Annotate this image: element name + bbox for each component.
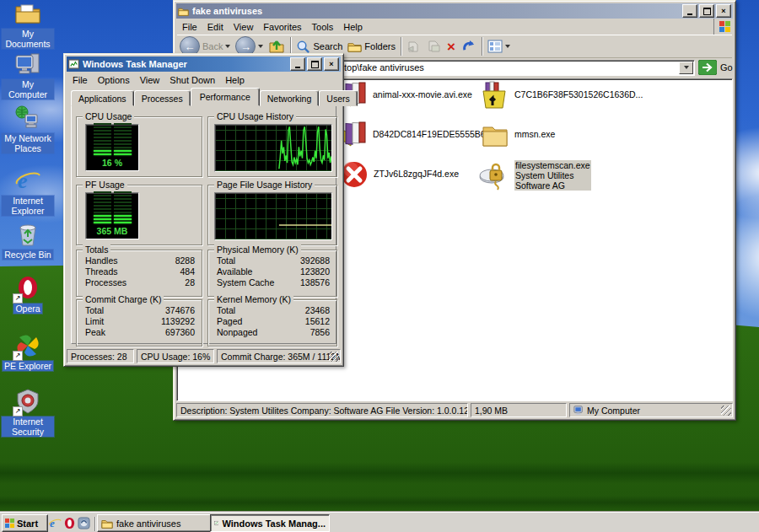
menu-edit[interactable]: Edit — [202, 20, 229, 34]
desktop-icon-label: My Documents — [2, 29, 54, 49]
views-dropdown-icon[interactable] — [505, 45, 510, 48]
pf-usage-gauge: 365 MB — [85, 192, 139, 239]
desktop-icon-label: Recycle Bin — [3, 250, 52, 260]
shortcut-arrow-icon: ↗ — [13, 406, 23, 416]
file-item[interactable]: animal-xxx-movie.avi.exe — [339, 81, 472, 110]
minimize-button[interactable] — [290, 57, 305, 71]
windows-logo-icon — [5, 519, 14, 528]
menu-file[interactable]: File — [177, 20, 202, 34]
resize-grip[interactable] — [721, 406, 731, 416]
taskbar: Start e fake antiviruses Windows Task Ma… — [0, 512, 759, 532]
kernel-memory-group: Kernel Memory (K) Total23468 Paged15612 … — [207, 299, 337, 347]
folders-button[interactable]: Folders — [345, 40, 398, 54]
commit-charge-group: Commit Charge (K) Total374676 Limit11392… — [76, 299, 202, 347]
file-item[interactable]: mmsn.exe — [481, 121, 555, 149]
maximize-button[interactable] — [699, 4, 714, 18]
stat-row: Threads484 — [77, 266, 202, 277]
quick-launch-app[interactable] — [76, 515, 91, 530]
quick-launch-internet-explorer[interactable]: e — [47, 515, 62, 530]
file-item[interactable]: C7C1B6F38F5301526C1636D... — [481, 81, 643, 110]
desktop-icon-my-computer[interactable]: My Computer — [2, 51, 54, 99]
go-button[interactable]: Go — [698, 60, 733, 75]
cpu-usage-label: CPU Usage — [83, 111, 134, 121]
explorer-statusbar: Description: System Utilites Company: So… — [176, 403, 733, 417]
menu-help[interactable]: Help — [338, 20, 368, 34]
desktop-icon-my-documents[interactable]: My Documents — [2, 0, 54, 49]
forward-dropdown-icon[interactable] — [258, 45, 263, 48]
search-button[interactable]: Search — [293, 40, 345, 54]
resize-grip[interactable] — [329, 352, 339, 362]
close-button[interactable]: × — [716, 4, 731, 18]
stat-row: Peak697360 — [77, 327, 202, 338]
desktop-icon-label: PE Explorer — [3, 361, 53, 371]
tab-users[interactable]: Users — [319, 90, 357, 106]
stat-row: Limit1139292 — [77, 316, 202, 327]
pf-usage-label: PF Usage — [83, 180, 127, 190]
pf-history-group: Page File Usage History — [207, 185, 337, 245]
menu-file[interactable]: File — [67, 73, 93, 87]
desktop-icon-internet-security[interactable]: ↗ Internet Security — [2, 388, 54, 437]
address-dropdown-button[interactable] — [679, 62, 693, 74]
quick-launch-opera[interactable] — [62, 515, 77, 530]
desktop-icon-opera[interactable]: ↗ Opera — [2, 275, 54, 314]
minimize-button[interactable] — [682, 4, 697, 18]
views-button[interactable] — [485, 39, 513, 54]
up-button[interactable] — [266, 38, 288, 55]
folder-icon — [101, 518, 113, 529]
copy-to-button[interactable] — [424, 39, 444, 54]
maximize-button[interactable] — [307, 57, 322, 71]
desktop-icon-my-network-places[interactable]: My Network Places — [2, 105, 54, 153]
tab-networking[interactable]: Networking — [260, 90, 320, 106]
back-dropdown-icon[interactable] — [225, 45, 230, 48]
menu-view[interactable]: View — [229, 20, 259, 34]
start-button[interactable]: Start — [2, 514, 48, 532]
menu-tools[interactable]: Tools — [307, 20, 339, 34]
move-to-button[interactable] — [404, 39, 424, 54]
tab-performance[interactable]: Performance — [191, 88, 260, 106]
tab-applications[interactable]: Applications — [71, 90, 134, 106]
desktop-icon-internet-explorer[interactable]: e Internet Explorer — [2, 167, 54, 216]
cpu-history-label: CPU Usage History — [214, 111, 296, 121]
delete-button[interactable]: × — [444, 40, 458, 54]
close-button[interactable]: × — [324, 57, 339, 71]
folders-label: Folders — [364, 41, 396, 51]
cpu-usage-group: CPU Usage 16 % — [76, 116, 202, 177]
taskbar-task-fake-antiviruses[interactable]: fake antiviruses — [97, 514, 215, 532]
menu-options[interactable]: Options — [93, 73, 135, 87]
file-item selected[interactable]: filesystemscan.exe System Utilites Softw… — [479, 160, 591, 191]
file-item[interactable]: ZTJv6L8zgqJF4d.exe — [340, 160, 459, 189]
copy-to-icon — [427, 39, 442, 54]
task-manager-titlebar[interactable]: Windows Task Manager × — [67, 56, 341, 72]
file-item[interactable]: D842DC814F19EDE5555B667... — [339, 121, 503, 149]
stat-row: Total374676 — [77, 305, 202, 316]
undo-icon — [460, 39, 476, 55]
explorer-titlebar[interactable]: fake antiviruses × — [176, 3, 733, 19]
cpu-usage-value: 16 % — [102, 158, 122, 168]
desktop-icon-label: My Computer — [2, 79, 54, 99]
undo-button[interactable] — [458, 39, 479, 55]
menu-favorites[interactable]: Favorites — [258, 20, 306, 34]
desktop-icon-pe-explorer[interactable]: ↗ PE Explorer — [2, 332, 54, 371]
go-label: Go — [720, 62, 733, 73]
pf-usage-value: 365 MB — [97, 226, 128, 236]
task-manager-icon — [214, 518, 218, 529]
menu-view[interactable]: View — [135, 73, 165, 87]
window-title: Windows Task Manager — [83, 59, 187, 69]
internet-explorer-icon: e — [14, 167, 41, 194]
delete-x-icon: × — [447, 40, 455, 54]
tab-processes[interactable]: Processes — [134, 90, 191, 106]
svg-text:e: e — [49, 517, 54, 529]
opera-icon: ↗ — [14, 275, 41, 302]
desktop-icon-recycle-bin[interactable]: Recycle Bin — [2, 221, 54, 260]
pf-history-graph — [214, 192, 332, 240]
go-arrow-icon — [698, 60, 717, 75]
taskbar-task-task-manager[interactable]: Windows Task Manag... — [210, 514, 330, 532]
opera-icon — [63, 517, 76, 529]
file-name: mmsn.exe — [514, 129, 555, 139]
stat-row: Nonpaged7856 — [208, 327, 336, 338]
stat-row: Total23468 — [208, 305, 336, 316]
recycle-bin-icon — [14, 221, 41, 248]
menu-shutdown[interactable]: Shut Down — [164, 73, 220, 87]
menu-help[interactable]: Help — [220, 73, 250, 87]
search-icon — [296, 40, 310, 54]
